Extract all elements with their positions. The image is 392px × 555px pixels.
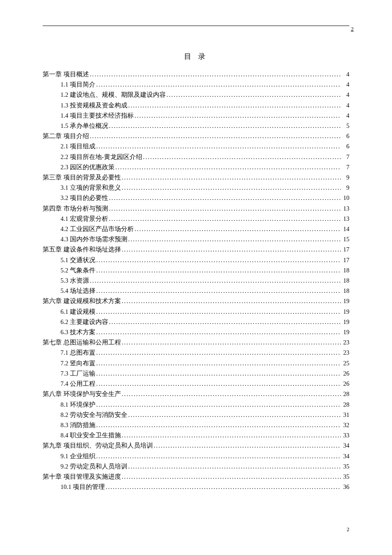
toc-entry-page: 19 [342,306,349,317]
toc-title: 目 录 [43,52,349,61]
toc-entry-label: 第六章 建设规模和技术方案 [43,296,121,306]
toc-entry-label: 3.2 项目的必要性 [61,193,108,203]
toc-leader-dots [90,69,341,79]
toc-leader-dots [106,482,341,492]
toc-entry: 第五章 建设条件和场址选择17 [43,244,349,254]
toc-entry-label: 6.2 主要建设内容 [61,317,108,327]
toc-entry: 1.3 投资规模及资金构成4 [43,100,349,110]
toc-entry: 7.1 总图布置23 [43,347,349,358]
toc-entry-page: 13 [342,214,349,224]
toc-entry-page: 19 [342,296,349,306]
toc-entry-label: 第二章 项目介绍 [43,131,89,141]
toc-entry: 第十章 项目管理及实施进度35 [43,471,349,482]
toc-entry: 10.1 项目的管理36 [43,482,349,492]
header-rule [43,26,349,26]
toc-entry-label: 1.1 项目简介 [61,79,95,90]
toc-entry: 第七章 总图运输和公用工程23 [43,337,349,347]
toc-entry: 6.2 主要建设内容19 [43,317,349,327]
toc-entry: 第六章 建设规模和技术方案19 [43,296,349,306]
toc-entry: 第一章 项目概述4 [43,69,349,79]
toc-leader-dots [96,265,341,275]
toc-entry-page: 34 [342,440,349,451]
toc-leader-dots [143,152,341,162]
toc-leader-dots [122,430,341,440]
toc-entry-page: 32 [342,420,349,430]
table-of-contents: 第一章 项目概述41.1 项目简介41.2 建设地点、规模、期限及建设内容41.… [43,69,349,492]
toc-entry: 5.2 气象条件18 [43,265,349,275]
toc-leader-dots [122,389,341,399]
toc-leader-dots [96,79,341,90]
toc-entry-label: 4.1 宏观背景分析 [61,214,108,224]
toc-entry: 6.3 技术方案19 [43,327,349,337]
toc-entry-label: 8.2 劳动安全与消防安全 [61,410,127,420]
toc-leader-dots [128,410,341,420]
toc-entry-page: 18 [342,275,349,286]
toc-entry: 2.2 项目所在地-黄龙园区介绍7 [43,152,349,162]
toc-entry-page: 28 [342,399,349,410]
toc-leader-dots [109,193,341,203]
toc-entry-page: 6 [342,141,349,151]
toc-entry-page: 23 [342,337,349,347]
toc-entry-label: 7.2 竖向布置 [61,358,95,368]
toc-entry-label: 5.2 气象条件 [61,265,95,275]
toc-entry: 8.1 环境保护28 [43,399,349,410]
toc-entry: 8.3 消防措施32 [43,420,349,430]
toc-entry-page: 5 [342,121,349,131]
toc-entry: 第九章 项目组织、劳动定员和人员培训34 [43,440,349,451]
toc-leader-dots [122,471,341,482]
toc-entry-label: 3.1 立项的背景和意义 [61,182,121,193]
toc-entry: 5.3 水资源18 [43,275,349,286]
toc-entry-label: 6.3 技术方案 [61,327,95,337]
toc-entry-label: 8.1 环境保护 [61,399,95,410]
toc-entry-label: 8.4 职业安全卫生措施 [61,430,121,440]
toc-entry-page: 25 [342,358,349,368]
toc-leader-dots [115,162,341,172]
toc-entry: 3.1 立项的背景和意义9 [43,182,349,193]
toc-entry-page: 18 [342,265,349,275]
toc-leader-dots [135,224,341,234]
document-page: 2 目 录 第一章 项目概述41.1 项目简介41.2 建设地点、规模、期限及建… [0,0,392,509]
toc-entry-label: 1.3 投资规模及资金构成 [61,100,127,110]
toc-leader-dots [122,182,341,193]
toc-leader-dots [96,420,341,430]
toc-entry: 1.4 项目主要技术经济指标4 [43,110,349,121]
toc-entry: 7.3 工厂运输26 [43,368,349,379]
toc-leader-dots [109,203,341,214]
toc-entry-page: 4 [342,69,349,79]
toc-leader-dots [128,461,341,471]
toc-leader-dots [90,275,341,286]
toc-leader-dots [135,110,341,121]
toc-entry-label: 1.5 承办单位概况 [61,121,108,131]
toc-entry-label: 7.1 总图布置 [61,347,95,358]
toc-entry: 3.2 项目的必要性10 [43,193,349,203]
toc-entry: 5.1 交通状况17 [43,255,349,265]
toc-entry-label: 5.1 交通状况 [61,255,95,265]
toc-entry-label: 7.3 工厂运输 [61,368,95,379]
toc-entry-label: 9.1 企业组织 [61,451,95,461]
toc-leader-dots [122,172,341,182]
toc-entry-page: 17 [342,255,349,265]
toc-entry-page: 4 [342,79,349,90]
toc-leader-dots [122,244,341,254]
toc-entry: 7.4 公用工程26 [43,379,349,389]
toc-leader-dots [96,141,341,151]
footer-page-number: 2 [347,526,350,533]
toc-leader-dots [96,306,341,317]
toc-leader-dots [109,121,341,131]
toc-entry-label: 2.2 项目所在地-黄龙园区介绍 [61,152,142,162]
toc-entry-page: 4 [342,90,349,100]
toc-entry-page: 36 [342,482,349,492]
toc-leader-dots [96,358,341,368]
toc-entry-label: 5.4 场址选择 [61,286,95,296]
toc-leader-dots [96,347,341,358]
toc-entry: 4.1 宏观背景分析13 [43,214,349,224]
toc-entry: 9.2 劳动定员和人员培训35 [43,461,349,471]
toc-entry-page: 17 [342,244,349,254]
toc-entry-page: 19 [342,317,349,327]
toc-entry: 9.1 企业组织34 [43,451,349,461]
toc-entry-page: 18 [342,286,349,296]
toc-entry: 5.4 场址选择18 [43,286,349,296]
toc-leader-dots [96,327,341,337]
toc-leader-dots [122,337,341,347]
toc-entry-page: 35 [342,461,349,471]
